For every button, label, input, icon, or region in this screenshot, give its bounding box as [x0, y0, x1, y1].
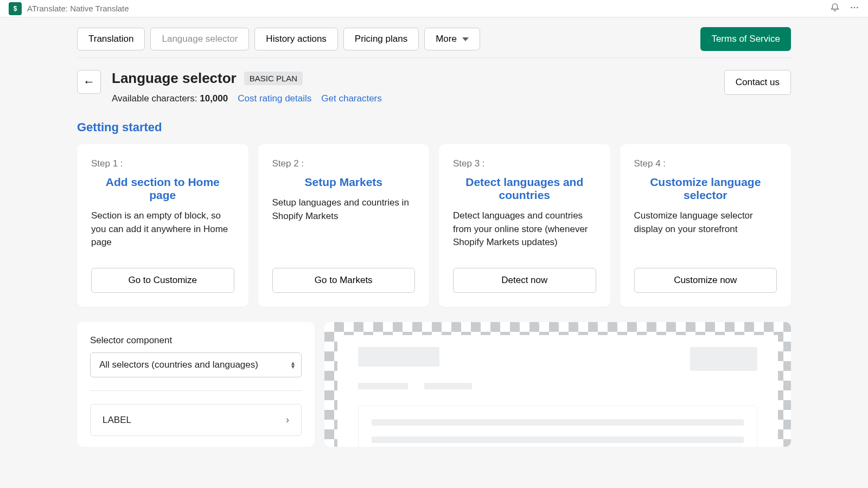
detect-now-button[interactable]: Detect now	[453, 268, 596, 293]
step-label: Step 1 :	[91, 158, 234, 169]
caret-down-icon	[462, 37, 469, 41]
back-button[interactable]: ←	[77, 70, 101, 94]
skeleton-block	[690, 347, 757, 371]
svg-point-1	[854, 7, 856, 8]
topbar: $ ATranslate: Native Translate	[0, 0, 868, 17]
skeleton-header-row	[358, 347, 757, 371]
step-description: Setup languages and countries in Shopify…	[272, 196, 416, 257]
accordion: LABEL ›	[90, 390, 302, 436]
step-title-link[interactable]: Detect languages and countries	[453, 176, 596, 202]
topbar-right	[830, 3, 859, 15]
title-block: Language selector BASIC PLAN Available c…	[112, 70, 382, 104]
get-characters-link[interactable]: Get characters	[321, 93, 382, 104]
contact-us-button[interactable]: Contact us	[724, 70, 791, 95]
steps-grid: Step 1 : Add section to Home page Sectio…	[77, 144, 791, 307]
customize-now-button[interactable]: Customize now	[634, 268, 777, 293]
preview-panel	[324, 322, 791, 447]
bottom-row: Selector component All selectors (countr…	[77, 322, 791, 447]
more-dots-icon[interactable]	[850, 3, 859, 15]
step-card-1: Step 1 : Add section to Home page Sectio…	[77, 144, 248, 307]
accordion-label-text: LABEL	[103, 415, 131, 426]
step-card-2: Step 2 : Setup Markets Setup languages a…	[258, 144, 430, 307]
tabs: Translation Language selector History ac…	[77, 28, 480, 50]
select-caret-icon: ▴▾	[291, 361, 295, 369]
characters-label: Available characters:	[112, 93, 200, 104]
title-row: Language selector BASIC PLAN	[112, 70, 382, 87]
characters-row: Available characters: 10,000 Cost rating…	[112, 93, 382, 104]
arrow-left-icon: ←	[83, 75, 95, 89]
tab-translation[interactable]: Translation	[77, 28, 145, 50]
selector-component-label: Selector component	[90, 335, 302, 346]
go-to-markets-button[interactable]: Go to Markets	[272, 268, 416, 293]
skeleton-block	[424, 383, 472, 389]
step-card-4: Step 4 : Customize language selector Cus…	[620, 144, 792, 307]
skeleton-block	[358, 347, 439, 367]
tab-history-actions[interactable]: History actions	[254, 28, 337, 50]
main-container: Translation Language selector History ac…	[38, 17, 830, 447]
step-label: Step 3 :	[453, 158, 596, 169]
terms-of-service-button[interactable]: Terms of Service	[700, 27, 791, 51]
step-title-link[interactable]: Customize language selector	[634, 176, 777, 202]
step-label: Step 4 :	[634, 158, 777, 169]
step-description: Customize language selector display on y…	[634, 209, 777, 257]
characters-text: Available characters: 10,000	[112, 93, 228, 104]
page-title: Language selector	[112, 70, 237, 87]
page-header-left: ← Language selector BASIC PLAN Available…	[77, 70, 382, 104]
skeleton-line	[372, 419, 744, 426]
go-to-customize-button[interactable]: Go to Customize	[91, 268, 234, 293]
tab-language-selector[interactable]: Language selector	[150, 28, 249, 50]
plan-badge: BASIC PLAN	[244, 72, 303, 85]
tab-more-label: More	[436, 34, 457, 44]
chevron-right-icon: ›	[286, 414, 289, 426]
step-card-3: Step 3 : Detect languages and countries …	[439, 144, 610, 307]
selector-component-select[interactable]: All selectors (countries and languages) …	[90, 352, 302, 377]
divider	[77, 57, 791, 58]
getting-started-heading[interactable]: Getting started	[77, 120, 791, 134]
accordion-item-label[interactable]: LABEL ›	[90, 404, 302, 436]
step-label: Step 2 :	[272, 158, 416, 169]
page-header: ← Language selector BASIC PLAN Available…	[77, 70, 791, 104]
topbar-left: $ ATranslate: Native Translate	[9, 2, 129, 15]
app-logo-icon: $	[9, 2, 22, 15]
step-description: Detect languages and countries from your…	[453, 209, 596, 257]
bell-icon[interactable]	[830, 3, 840, 15]
step-title-link[interactable]: Add section to Home page	[91, 176, 234, 202]
cost-rating-link[interactable]: Cost rating details	[238, 93, 311, 104]
svg-point-0	[851, 7, 852, 8]
selector-panel: Selector component All selectors (countr…	[77, 322, 315, 447]
skeleton-line	[372, 436, 744, 443]
tab-more[interactable]: More	[424, 28, 480, 50]
skeleton-block	[358, 383, 408, 389]
step-description: Section is an empty of block, so you can…	[91, 209, 234, 257]
selector-top: Selector component All selectors (countr…	[77, 322, 315, 390]
app-name: ATranslate: Native Translate	[27, 4, 129, 13]
skeleton-card	[358, 406, 757, 447]
selector-selected-value: All selectors (countries and languages)	[99, 359, 258, 370]
tab-pricing-plans[interactable]: Pricing plans	[343, 28, 419, 50]
step-title-link[interactable]: Setup Markets	[272, 176, 416, 189]
skeleton-nav-row	[358, 383, 757, 389]
svg-point-2	[857, 7, 858, 8]
characters-value: 10,000	[200, 93, 228, 104]
preview-skeleton	[337, 335, 778, 447]
tab-row: Translation Language selector History ac…	[77, 27, 791, 51]
